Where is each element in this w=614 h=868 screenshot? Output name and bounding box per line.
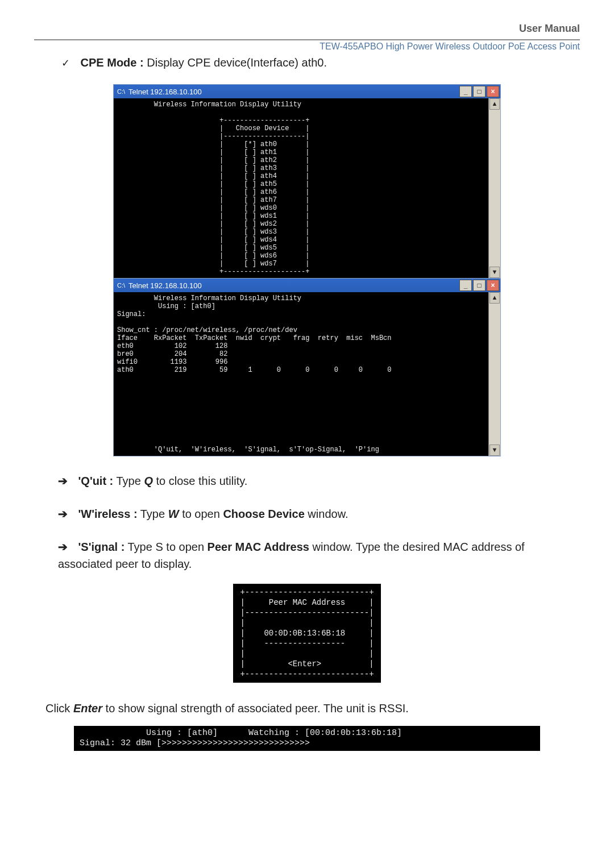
arrow-right-icon: ➔ [58,538,75,555]
check-icon: ✓ [61,57,77,69]
hint-quit-key: Q [144,475,153,487]
telnet2-terminal-body[interactable]: Wireless Information Display Utility Usi… [114,292,488,456]
hint-quit-t2: to close this utility. [153,475,247,487]
scroll-up-icon[interactable]: ▲ [489,292,500,304]
telnet2-titlebar[interactable]: C:\ Telnet 192.168.10.100 _ □ × [114,279,500,292]
peer-mac-terminal[interactable]: +--------------------------+ | Peer MAC … [233,584,381,683]
minimize-button[interactable]: _ [459,280,472,291]
cmd-icon: C:\ [117,282,125,289]
hint-wireless-key: W [168,508,179,520]
header-subtitle: TEW-455APBO High Power Wireless Outdoor … [34,41,580,52]
cmd-icon: C:\ [117,88,125,95]
telnet-window-stats: C:\ Telnet 192.168.10.100 _ □ × Wireless… [113,279,501,456]
scroll-up-icon[interactable]: ▲ [489,98,500,110]
close-button[interactable]: × [487,86,499,97]
telnet1-titlebar[interactable]: C:\ Telnet 192.168.10.100 _ □ × [114,85,500,98]
maximize-button[interactable]: □ [473,86,486,97]
telnet2-scrollbar[interactable]: ▲ ▼ [488,292,500,456]
header-separator [34,39,580,40]
hint-quit: ➔ 'Q'uit : Type Q to close this utility. [58,472,580,489]
hint-wireless-label: 'W'ireless : [78,508,138,520]
telnet2-title-text: Telnet 192.168.10.100 [128,281,458,290]
click-enter-b: Enter [73,702,102,715]
click-enter-c: to show signal strength of associated pe… [102,702,409,715]
hint-wireless: ➔ 'W'ireless : Type W to open Choose Dev… [58,505,580,522]
hint-wireless-bold: Choose Device [223,508,304,520]
close-button[interactable]: × [487,280,499,291]
hint-signal-t1: Type S to open [125,541,207,553]
scroll-down-icon[interactable]: ▼ [489,445,500,456]
signal-strip-box: Using : [ath0] Watching : [00:0d:0b:13:6… [74,726,540,751]
telnet1-title-text: Telnet 192.168.10.100 [128,88,458,96]
click-enter-line: Click Enter to show signal strength of a… [45,700,580,717]
arrow-right-icon: ➔ [58,505,75,522]
minimize-button[interactable]: _ [459,86,472,97]
hint-signal-label: 'S'ignal : [78,541,125,553]
scroll-down-icon[interactable]: ▼ [489,267,500,278]
peer-mac-address-box: +--------------------------+ | Peer MAC … [233,584,381,683]
telnet1-scrollbar[interactable]: ▲ ▼ [488,98,500,278]
hint-signal-bold: Peer MAC Address [208,541,309,553]
hint-wireless-t3: window. [305,508,349,520]
hint-wireless-t2: to open [179,508,223,520]
cpe-mode-line: ✓ CPE Mode : Display CPE device(Interfac… [61,56,580,69]
arrow-right-icon: ➔ [58,472,75,489]
maximize-button[interactable]: □ [473,280,486,291]
telnet-window-choose-device: C:\ Telnet 192.168.10.100 _ □ × Wireless… [113,84,501,279]
telnet1-terminal-body[interactable]: Wireless Information Display Utility +--… [114,98,488,278]
cpe-mode-desc: Display CPE device(Interface) ath0. [144,56,327,69]
hint-signal: ➔ 'S'ignal : Type S to open Peer MAC Add… [58,538,580,572]
hint-wireless-t1: Type [138,508,168,520]
hint-quit-label: 'Q'uit : [78,475,114,487]
header-user-manual: User Manual [34,23,580,37]
click-enter-a: Click [45,702,73,715]
signal-strip-terminal: Using : [ath0] Watching : [00:0d:0b:13:6… [74,726,540,751]
hint-quit-t1: Type [113,475,144,487]
cpe-mode-label: CPE Mode : [81,56,144,69]
